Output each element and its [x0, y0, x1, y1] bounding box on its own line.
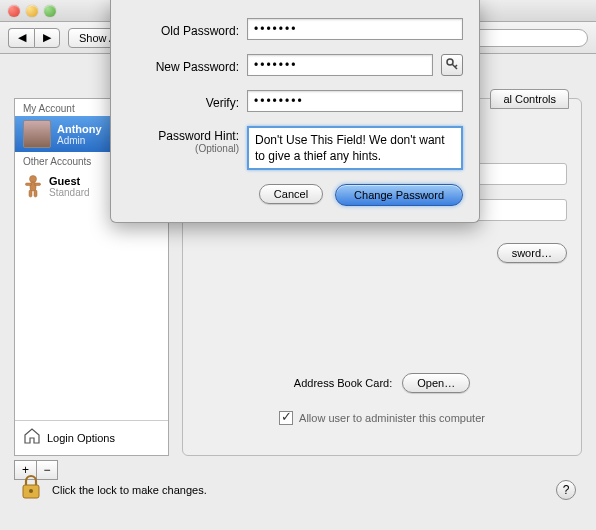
back-button[interactable]: ◀	[8, 28, 34, 48]
zoom-window-button[interactable]	[44, 5, 56, 17]
nav-buttons: ◀ ▶	[8, 28, 60, 48]
svg-point-0	[30, 176, 37, 183]
account-name: Guest	[49, 175, 90, 187]
lock-text: Click the lock to make changes.	[52, 484, 207, 496]
account-role: Admin	[57, 135, 102, 146]
verify-label: Verify:	[127, 93, 239, 110]
admin-checkbox-row[interactable]: Allow user to administer this computer	[197, 411, 567, 425]
minimize-window-button[interactable]	[26, 5, 38, 17]
open-address-book-button[interactable]: Open…	[402, 373, 470, 393]
new-password-field[interactable]: •••••••	[247, 54, 433, 76]
old-password-row: Old Password: •••••••	[127, 18, 463, 40]
avatar	[23, 120, 51, 148]
account-role: Standard	[49, 187, 90, 198]
new-password-row: New Password: •••••••	[127, 54, 463, 76]
forward-button[interactable]: ▶	[34, 28, 60, 48]
house-icon	[23, 427, 41, 449]
hint-field[interactable]: Don't Use This Field! We don't want to g…	[247, 126, 463, 170]
old-password-label: Old Password:	[127, 21, 239, 38]
svg-rect-4	[29, 190, 32, 197]
admin-checkbox-label: Allow user to administer this computer	[299, 412, 485, 424]
change-password-button[interactable]: Change Password	[335, 184, 463, 206]
search-input[interactable]	[468, 29, 588, 47]
svg-point-7	[29, 489, 33, 493]
svg-rect-5	[34, 190, 37, 197]
hint-row: Password Hint: (Optional) Don't Use This…	[127, 126, 463, 170]
traffic-lights	[8, 5, 56, 17]
tab-parental-controls[interactable]: al Controls	[490, 89, 569, 109]
hint-label: Password Hint: (Optional)	[127, 126, 239, 154]
old-password-field[interactable]: •••••••	[247, 18, 463, 40]
verify-field[interactable]: ••••••••	[247, 90, 463, 112]
lock-icon[interactable]	[20, 474, 42, 506]
svg-rect-3	[35, 183, 41, 186]
address-book-label: Address Book Card:	[294, 377, 392, 389]
gingerbread-icon	[23, 173, 43, 199]
key-icon	[446, 58, 458, 72]
login-options-label: Login Options	[47, 432, 115, 444]
login-options-button[interactable]: Login Options	[15, 420, 168, 455]
change-password-sheet: Old Password: ••••••• New Password: ••••…	[110, 0, 480, 223]
new-password-label: New Password:	[127, 57, 239, 74]
checkbox-icon[interactable]	[279, 411, 293, 425]
address-book-row: Address Book Card: Open…	[197, 373, 567, 393]
change-password-button-bg[interactable]: sword…	[497, 243, 567, 263]
verify-row: Verify: ••••••••	[127, 90, 463, 112]
cancel-button[interactable]: Cancel	[259, 184, 323, 204]
password-assistant-button[interactable]	[441, 54, 463, 76]
svg-rect-2	[26, 183, 32, 186]
lock-row: Click the lock to make changes. ?	[20, 474, 576, 506]
help-button[interactable]: ?	[556, 480, 576, 500]
sheet-buttons: Cancel Change Password	[127, 184, 463, 206]
tab-strip: al Controls	[490, 89, 569, 109]
close-window-button[interactable]	[8, 5, 20, 17]
account-name: Anthony	[57, 123, 102, 135]
